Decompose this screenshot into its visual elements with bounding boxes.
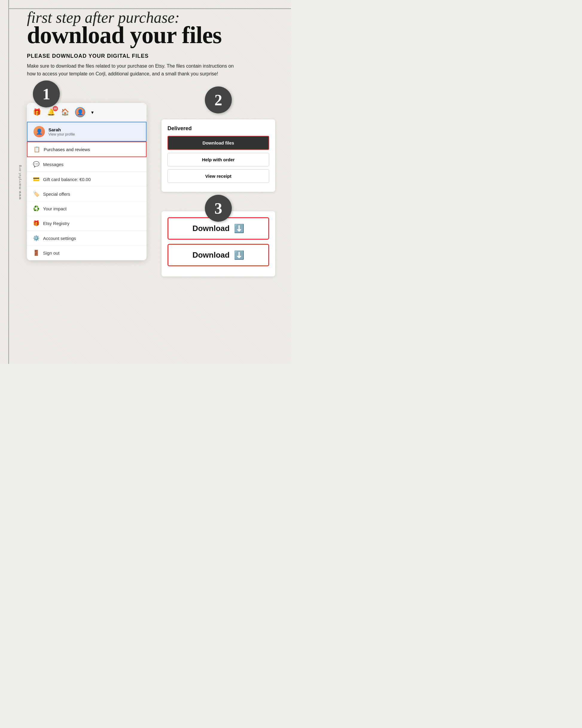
step3-section: 3 Download ⬇️ Download ⬇️: [161, 195, 275, 277]
special-offers-item[interactable]: 🏷️ Special offers: [27, 187, 147, 201]
download-label-2: Download: [192, 251, 230, 260]
vertical-text: www.marryful.org: [18, 164, 22, 200]
your-impact-label: Your impact: [43, 206, 67, 211]
download-icon-2: ⬇️: [234, 250, 244, 260]
step1-section: 1 🎁 🔔 50 🏠 👤 ▾: [27, 86, 153, 260]
step3-number: 3: [205, 195, 232, 222]
home-icon: 🏠: [61, 108, 69, 116]
messages-icon: 💬: [33, 161, 39, 167]
messages-label: Messages: [43, 162, 63, 167]
special-offers-icon: 🏷️: [33, 190, 39, 197]
bell-wrapper: 🔔 50: [47, 108, 55, 116]
purchases-reviews-label: Purchases and reviews: [44, 147, 90, 152]
notification-badge: 50: [53, 106, 58, 111]
special-offers-label: Special offers: [43, 191, 70, 197]
purchases-icon: 📋: [33, 146, 40, 153]
step2-number: 2: [205, 86, 232, 113]
purchases-reviews-item[interactable]: 📋 Purchases and reviews: [27, 141, 147, 157]
gift-card-label: Gift card balance: €0.00: [43, 177, 90, 182]
sign-out-item[interactable]: 🚪 Sign out: [27, 246, 147, 260]
order-panel: Delivered Download files Help with order…: [161, 120, 275, 192]
dropdown-chevron: ▾: [91, 109, 94, 115]
subtitle: PLEASE DOWNLOAD YOUR DIGITAL FILES: [27, 53, 282, 59]
etsy-dropdown-mock: 🎁 🔔 50 🏠 👤 ▾ 👤 Sarah: [27, 103, 147, 260]
view-receipt-button[interactable]: View receipt: [167, 170, 269, 183]
etsy-registry-label: Etsy Registry: [43, 221, 70, 226]
step2-section: 2 Delivered Download files Help with ord…: [161, 86, 275, 192]
sign-out-icon: 🚪: [33, 250, 39, 256]
messages-item[interactable]: 💬 Messages: [27, 157, 147, 172]
download-label-1: Download: [192, 224, 230, 233]
download-files-button[interactable]: Download files: [167, 136, 269, 150]
download-button-2[interactable]: Download ⬇️: [167, 244, 269, 266]
help-with-order-button[interactable]: Help with order: [167, 153, 269, 166]
right-panel: 2 Delivered Download files Help with ord…: [161, 86, 275, 277]
download-icon-1: ⬇️: [234, 224, 244, 233]
profile-info: Sarah View your profile: [49, 127, 75, 136]
sign-out-label: Sign out: [43, 251, 59, 256]
account-settings-icon: ⚙️: [33, 235, 39, 241]
etsy-registry-icon: 🎁: [33, 220, 39, 227]
delivered-label: Delivered: [167, 125, 269, 132]
left-border: [8, 0, 9, 364]
account-settings-item[interactable]: ⚙️ Account settings: [27, 231, 147, 246]
page-wrapper: www.marryful.org first step after purcha…: [0, 0, 291, 364]
gift-icon: 🎁: [33, 108, 41, 116]
step1-number: 1: [33, 80, 60, 107]
gift-card-item[interactable]: 💳 Gift card balance: €0.00: [27, 172, 147, 187]
description: Make sure to download the files related …: [27, 62, 236, 78]
etsy-registry-item[interactable]: 🎁 Etsy Registry: [27, 216, 147, 231]
view-profile-text: View your profile: [49, 132, 75, 136]
user-avatar: 👤: [33, 126, 45, 137]
main-title: download your files: [27, 23, 282, 47]
profile-row[interactable]: 👤 Sarah View your profile: [27, 122, 147, 141]
user-avatar-topbar[interactable]: 👤: [75, 107, 85, 117]
account-settings-label: Account settings: [43, 236, 76, 241]
steps-container: 1 🎁 🔔 50 🏠 👤 ▾: [27, 86, 282, 277]
your-impact-icon: ♻️: [33, 205, 39, 212]
your-impact-item[interactable]: ♻️ Your impact: [27, 201, 147, 216]
user-name: Sarah: [49, 127, 75, 132]
gift-card-icon: 💳: [33, 176, 39, 183]
